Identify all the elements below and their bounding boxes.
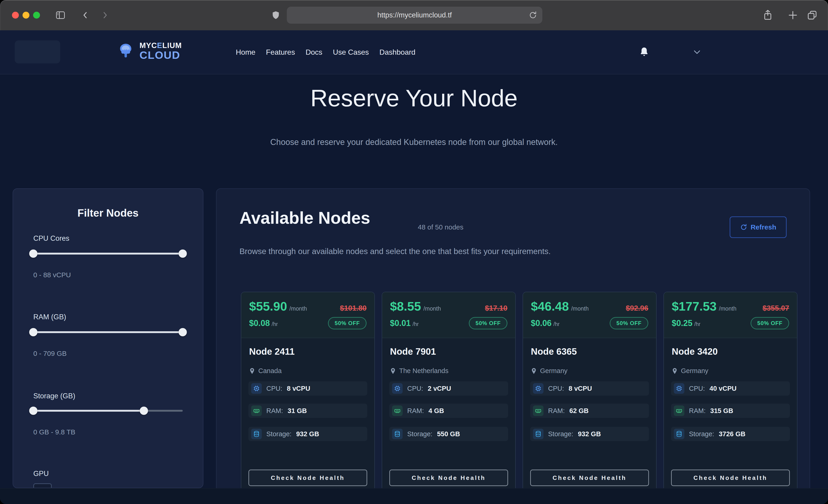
- nodes-count: 48 of 50 nodes: [418, 223, 463, 231]
- minimize-button[interactable]: [23, 12, 30, 18]
- monthly-price: $177.53: [672, 299, 716, 313]
- zoom-button[interactable]: [33, 12, 40, 18]
- user-menu-chevron-icon[interactable]: [693, 50, 701, 55]
- node-pricing-header: $55.90/month $101.80 $0.08/hr 50% OFF: [241, 292, 374, 338]
- cpu-spec-label: CPU:: [689, 385, 705, 392]
- check-node-health-button[interactable]: Check Node Health: [671, 469, 790, 486]
- page-title: Reserve Your Node: [0, 85, 828, 112]
- check-node-health-button[interactable]: Check Node Health: [530, 469, 649, 486]
- hourly-price: $0.25: [672, 319, 693, 328]
- back-button[interactable]: [81, 10, 90, 20]
- cpu-cores-slider[interactable]: [33, 249, 183, 258]
- slider-handle-max[interactable]: [140, 407, 148, 415]
- storage-spec-row: Storage: 3726 GB: [671, 427, 790, 441]
- cpu-icon: [251, 383, 262, 394]
- notifications-bell-icon[interactable]: [639, 46, 649, 58]
- ram-icon: [674, 406, 685, 416]
- page-content: MYCELIUM CLOUD Home Features Docs Use Ca…: [0, 30, 828, 504]
- monthly-price: $8.55: [390, 299, 421, 313]
- nav-item-home[interactable]: Home: [236, 48, 255, 56]
- brand-name-bottom: CLOUD: [139, 50, 182, 60]
- storage-spec-label: Storage:: [266, 430, 292, 438]
- original-price: $101.80: [340, 304, 367, 312]
- node-location: Germany: [531, 367, 567, 375]
- cpu-cores-label: CPU Cores: [33, 234, 70, 243]
- monthly-period: /month: [423, 305, 441, 312]
- nav-item-use-cases[interactable]: Use Cases: [333, 48, 369, 56]
- monthly-period: /month: [571, 305, 588, 312]
- cpu-spec-value: 40 vCPU: [709, 385, 737, 392]
- hourly-price: $0.08: [249, 319, 270, 328]
- storage-range: 0 GB - 9.8 TB: [33, 428, 75, 436]
- ram-spec-row: RAM: 62 GB: [530, 404, 649, 418]
- storage-icon: [392, 429, 403, 439]
- storage-spec-value: 932 GB: [296, 430, 319, 438]
- brand-logo[interactable]: MYCELIUM CLOUD: [116, 41, 182, 60]
- storage-slider[interactable]: [33, 407, 183, 415]
- node-location: Germany: [672, 367, 708, 375]
- ram-label: RAM (GB): [33, 313, 66, 321]
- tabs-overview-button[interactable]: [806, 10, 818, 21]
- site-navbar: MYCELIUM CLOUD Home Features Docs Use Ca…: [0, 30, 828, 75]
- browser-window: https://myceliumcloud.tf: [0, 0, 828, 504]
- slider-handle-min[interactable]: [29, 328, 37, 336]
- node-name: Node 2411: [249, 346, 295, 357]
- node-pricing-header: $46.48/month $92.96 $0.06/hr 50% OFF: [523, 292, 656, 338]
- cpu-spec-value: 2 vCPU: [428, 385, 451, 392]
- cpu-cores-range: 0 - 88 vCPU: [33, 271, 71, 279]
- slider-handle-max[interactable]: [178, 249, 187, 258]
- original-price: $17.10: [485, 304, 507, 312]
- discount-badge: 50% OFF: [328, 317, 367, 329]
- nodes-description: Browse through our available nodes and s…: [240, 247, 551, 256]
- node-card: $177.53/month $355.07 $0.25/hr 50% OFF N…: [663, 292, 797, 494]
- sidebar-toggle-button[interactable]: [55, 10, 66, 20]
- storage-spec-value: 550 GB: [437, 430, 460, 438]
- hourly-price: $0.06: [531, 319, 551, 328]
- node-location: Canada: [249, 367, 282, 375]
- check-node-health-button[interactable]: Check Node Health: [389, 469, 508, 486]
- cpu-icon: [674, 383, 685, 394]
- location-text: The Netherlands: [399, 367, 448, 375]
- check-node-health-button[interactable]: Check Node Health: [248, 469, 367, 486]
- cpu-spec-row: CPU: 40 vCPU: [671, 381, 790, 395]
- page-subtitle: Choose and reserve your dedicated Kubern…: [0, 137, 828, 147]
- ram-spec-value: 31 GB: [288, 407, 307, 415]
- monthly-price: $55.90: [249, 299, 287, 313]
- ram-slider[interactable]: [33, 328, 183, 336]
- nav-item-docs[interactable]: Docs: [306, 48, 322, 56]
- node-pricing-header: $177.53/month $355.07 $0.25/hr 50% OFF: [664, 292, 797, 338]
- ram-spec-label: RAM:: [266, 407, 283, 415]
- cpu-spec-row: CPU: 8 vCPU: [248, 381, 367, 395]
- original-price: $92.96: [626, 304, 648, 312]
- location-text: Germany: [540, 367, 567, 375]
- discount-badge: 50% OFF: [610, 317, 648, 329]
- monthly-price: $46.48: [531, 299, 569, 313]
- storage-spec-row: Storage: 932 GB: [248, 427, 367, 441]
- node-card: $46.48/month $92.96 $0.06/hr 50% OFF Nod…: [523, 292, 657, 494]
- nav-item-dashboard[interactable]: Dashboard: [379, 48, 415, 56]
- slider-handle-max[interactable]: [178, 328, 187, 336]
- nav-item-features[interactable]: Features: [266, 48, 295, 56]
- forward-button[interactable]: [100, 10, 110, 20]
- ram-spec-row: RAM: 4 GB: [389, 404, 508, 418]
- storage-spec-value: 932 GB: [578, 430, 601, 438]
- refresh-label: Refresh: [751, 223, 776, 231]
- refresh-button[interactable]: Refresh: [730, 216, 787, 238]
- url-field[interactable]: https://myceliumcloud.tf: [287, 7, 542, 24]
- reload-button[interactable]: [529, 10, 537, 21]
- close-button[interactable]: [12, 12, 19, 18]
- new-tab-button[interactable]: [787, 10, 798, 21]
- storage-spec-row: Storage: 932 GB: [530, 427, 649, 441]
- privacy-shield-icon[interactable]: [271, 10, 280, 21]
- gpu-checkbox[interactable]: [33, 483, 52, 488]
- cpu-spec-label: CPU:: [266, 385, 282, 392]
- cpu-spec-row: CPU: 2 vCPU: [389, 381, 508, 395]
- storage-spec-value: 3726 GB: [719, 430, 745, 438]
- ram-spec-value: 62 GB: [570, 407, 589, 415]
- brand-icon: [116, 41, 135, 60]
- ram-range: 0 - 709 GB: [33, 350, 67, 358]
- slider-handle-min[interactable]: [29, 407, 37, 415]
- slider-handle-min[interactable]: [29, 249, 37, 258]
- node-name: Node 7901: [390, 346, 436, 357]
- share-button[interactable]: [762, 9, 773, 21]
